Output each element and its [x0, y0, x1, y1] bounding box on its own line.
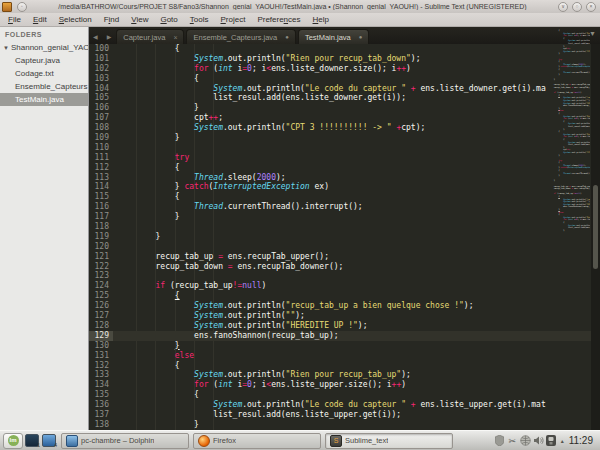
code-line-115[interactable]: 115 { [89, 192, 600, 202]
code-line-124[interactable]: 124 if (recup_tab_up!=null) [89, 281, 600, 291]
tab-ensemble-capteurs-java[interactable]: Ensemble_Capteurs.java● [186, 29, 295, 44]
volume-icon[interactable] [532, 434, 545, 448]
menu-edit[interactable]: Edit [27, 15, 53, 24]
panel-expander-icon[interactable]: ▴ [558, 437, 567, 444]
menu-help[interactable]: Help [307, 15, 335, 24]
code-text: } [113, 212, 180, 222]
shield-icon[interactable] [493, 434, 506, 448]
menu-goto[interactable]: Goto [154, 15, 183, 24]
taskbar-button-pc-chambre-dolphin[interactable]: pc-chambre – Dolphin [61, 433, 189, 449]
menu-preferences[interactable]: Preferences [251, 15, 306, 24]
network-icon[interactable] [519, 434, 532, 448]
code-text: } [113, 420, 199, 430]
tab-testmain-java[interactable]: TestMain.java● [298, 29, 369, 44]
code-line-129[interactable]: 129 ens.fanoShannon(recup_tab_up); [89, 331, 600, 341]
editor[interactable]: ◀ ▶ Capteur.java×Ensemble_Capteurs.java●… [89, 27, 600, 430]
code-line-109[interactable]: 109 } [89, 133, 600, 143]
tab-scroll-left-icon[interactable]: ◀ [89, 33, 103, 44]
sidebar-item-testmain-java[interactable]: TestMain.java [0, 93, 88, 106]
code-text: } [540, 229, 564, 232]
tab-capteur-java[interactable]: Capteur.java× [116, 29, 184, 44]
code-line-128[interactable]: 128 System.out.println("HEREDITE UP !"); [89, 321, 600, 331]
maximize-button[interactable]: ○ [572, 2, 582, 12]
code-line-114[interactable]: 114 } catch(InterruptedException ex) [89, 182, 600, 192]
code-text: else [113, 351, 194, 361]
code-line-122[interactable]: 122 recup_tab_down = ens.recupTab_downer… [89, 262, 600, 272]
code-line-127[interactable]: 127 System.out.println(""); [89, 311, 600, 321]
pager-desktop-1[interactable]: 1 [25, 434, 40, 448]
taskbar-button-sublime-text[interactable]: SSublime_text [325, 433, 453, 449]
code-line-138[interactable]: } [540, 229, 590, 232]
code-line-136[interactable]: 136 System.out.println("Le code du capte… [89, 400, 600, 410]
scrollbar-thumb[interactable] [593, 185, 598, 269]
folder-expand-icon[interactable]: ▼ [3, 45, 9, 51]
code-line-103[interactable]: 103 { [89, 74, 600, 84]
code-line-111[interactable]: 111 try [89, 153, 600, 163]
scrollbar-track[interactable] [591, 44, 600, 430]
code-line-135[interactable]: 135 { [89, 390, 600, 400]
code-line-138[interactable]: 138 } [89, 420, 600, 430]
code-line-123[interactable]: 123 [89, 271, 600, 281]
code-text [113, 143, 117, 153]
code-line-125[interactable]: 125 { [89, 291, 600, 301]
menu-view[interactable]: View [125, 15, 154, 24]
code-line-126[interactable]: 126 System.out.println("recup_tab_up a b… [89, 301, 600, 311]
shade-button[interactable]: ◦ [17, 2, 27, 12]
pager-desktop-2[interactable]: 4 [42, 434, 57, 448]
code-line-130[interactable]: 130 } [89, 341, 600, 351]
menu-find[interactable]: Find [98, 15, 126, 24]
minimap[interactable]: { System.out.println("Rien pour recup_ta… [540, 29, 590, 430]
code-line-113[interactable]: 113 Thread.sleep(2000); [89, 173, 600, 183]
taskbar-button-firefox[interactable]: Firefox [193, 433, 321, 449]
line-number: 138 [89, 420, 113, 430]
code-line-104[interactable]: 104 System.out.println("Le code du capte… [89, 84, 600, 94]
sidebar-item-capteur-java[interactable]: Capteur.java [0, 54, 88, 67]
sidebar-item-codage-txt[interactable]: Codage.txt [0, 67, 88, 80]
line-number: 133 [89, 370, 113, 380]
minimize-button[interactable]: ∨ [558, 2, 568, 12]
window-titlebar[interactable]: ◦ /media/BATHROW/Cours/PROJET S8/Fano3/S… [0, 0, 600, 14]
code-line-107[interactable]: 107 cpt++; [89, 113, 600, 123]
code-line-110[interactable]: 110 [89, 143, 600, 153]
code-line-116[interactable]: 116 Thread.currentThread().interrupt(); [89, 202, 600, 212]
code-line-108[interactable]: 108 System.out.println("CPT 3 !!!!!!!!!!… [89, 123, 600, 133]
tab-scroll-right-icon[interactable]: ▶ [103, 33, 117, 44]
tab-close-icon[interactable]: × [173, 34, 177, 41]
code-line-118[interactable]: 118 [89, 222, 600, 232]
menu-launcher-button[interactable]: lm [3, 433, 23, 449]
code-text: list_resul.add(ens.liste_upper.get(i)); [113, 410, 401, 420]
sidebar-item-ensemble-capteurs[interactable]: Ensemble_Capteurs [0, 80, 88, 93]
code-line-112[interactable]: 112 { [89, 163, 600, 173]
menu-selection[interactable]: Selection [53, 15, 98, 24]
code-line-131[interactable]: 131 else [89, 351, 600, 361]
code-line-134[interactable]: 134 for (int i=0; i<ens.liste_upper.size… [89, 380, 600, 390]
scissors-icon[interactable]: ✂ [506, 434, 519, 448]
clock[interactable]: 11:29 [567, 435, 597, 446]
code-area[interactable]: 100 {101 System.out.println("Rien pour r… [89, 44, 600, 430]
tab-modified-icon[interactable]: ● [359, 34, 363, 40]
tab-modified-icon[interactable]: ● [285, 34, 289, 40]
code-line-101[interactable]: 101 System.out.println("Rien pour recup_… [89, 54, 600, 64]
code-line-119[interactable]: 119 } [89, 232, 600, 242]
device-notifier-icon[interactable] [545, 434, 558, 448]
code-line-117[interactable]: 117 } [89, 212, 600, 222]
code-line-106[interactable]: 106 } [89, 103, 600, 113]
close-button[interactable]: × [586, 2, 596, 12]
code-line-100[interactable]: 100 { [89, 44, 600, 54]
line-number: 100 [89, 44, 113, 54]
menu-project[interactable]: Project [214, 15, 251, 24]
code-line-120[interactable]: 120 [89, 242, 600, 252]
sidebar-item-shannon-genial-yaouh-[interactable]: ▼Shannon_genial_YAOUH! [0, 41, 88, 54]
menu-tools[interactable]: Tools [184, 15, 215, 24]
tab-overflow-icon[interactable]: ▼ [589, 30, 596, 37]
code-line-102[interactable]: 102 for (int i=0; i<ens.liste_downer.siz… [89, 64, 600, 74]
code-line-132[interactable]: 132 { [89, 361, 600, 371]
line-number: 102 [89, 64, 113, 74]
menu-file[interactable]: File [2, 15, 27, 24]
code-line-137[interactable]: 137 list_resul.add(ens.liste_upper.get(i… [89, 410, 600, 420]
tab-label: Ensemble_Capteurs.java [193, 33, 277, 42]
line-number: 107 [89, 113, 113, 123]
code-line-121[interactable]: 121 recup_tab_up = ens.recupTab_upper(); [89, 252, 600, 262]
code-line-133[interactable]: 133 System.out.println("Rien pour recup_… [89, 370, 600, 380]
code-line-105[interactable]: 105 list_resul.add(ens.liste_downer.get(… [89, 93, 600, 103]
